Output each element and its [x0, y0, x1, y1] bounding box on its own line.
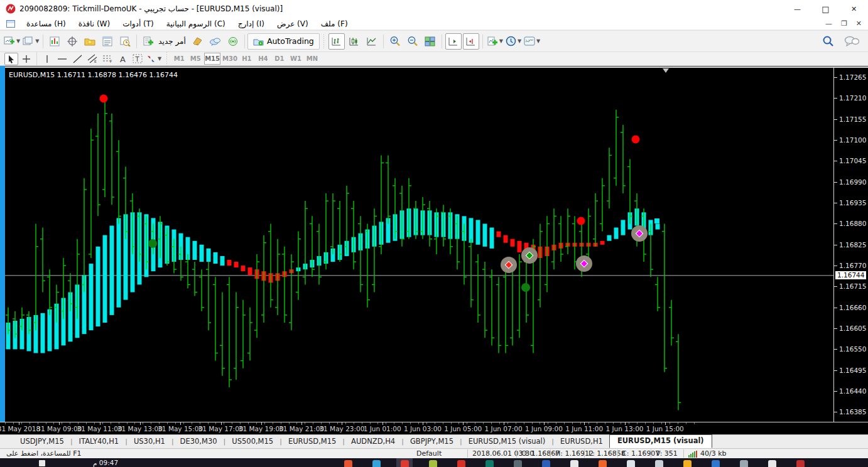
timeframe-m30-button[interactable]: M30	[222, 53, 238, 65]
bar-chart-type-button[interactable]	[328, 33, 345, 50]
search-icon[interactable]	[822, 35, 834, 47]
taskbar-app-icon-16[interactable]	[796, 460, 805, 467]
chart-window-icon[interactable]	[6, 20, 15, 28]
fibonacci-tool-button[interactable]: F	[100, 53, 114, 65]
chart-tab-4[interactable]: US500,M15	[225, 435, 279, 448]
metaeditor-button[interactable]	[190, 33, 206, 50]
price-tick	[834, 161, 837, 161]
mdi-minimize-button[interactable]: —	[825, 19, 832, 28]
new-order-button[interactable]	[140, 33, 156, 50]
signals-button[interactable]	[225, 33, 241, 50]
taskbar-app-icon-6[interactable]	[514, 460, 522, 467]
templates-button[interactable]: ▼	[523, 33, 541, 50]
time-axis[interactable]: 31 May 201831 May 09:0031 May 11:0031 Ma…	[0, 422, 868, 434]
maximize-button[interactable]: □	[811, 0, 840, 18]
chart-tab-7[interactable]: GBPJPY,M15	[404, 435, 460, 448]
data-window-button[interactable]	[99, 33, 116, 50]
text-label-tool-button[interactable]: T	[131, 53, 144, 65]
timeframe-m1-button[interactable]: M1	[171, 53, 187, 65]
line-chart-type-button[interactable]	[364, 33, 380, 50]
ribbon-bar-up	[96, 247, 100, 326]
taskbar-app-icon-5[interactable]	[486, 460, 494, 467]
taskbar-app-icon-1[interactable]	[372, 460, 381, 467]
auto-scroll-button[interactable]	[445, 33, 462, 50]
mdi-restore-button[interactable]: ❐	[841, 19, 847, 28]
cursor-tool-button[interactable]	[4, 53, 18, 65]
ribbon-bar-up	[117, 218, 121, 307]
profiles-button[interactable]: ▼	[22, 33, 40, 50]
chart-shift-button[interactable]	[463, 33, 479, 50]
menu-item-4[interactable]: إدارج (I)	[232, 18, 271, 30]
status-profile[interactable]: Default	[416, 449, 442, 458]
taskbar-app-icon-3[interactable]	[429, 460, 437, 467]
menu-item-2[interactable]: أدوات (T)	[116, 18, 160, 30]
vertical-line-tool-button[interactable]	[40, 53, 54, 65]
minimize-button[interactable]: —	[783, 0, 811, 18]
chevron-down-icon: ▼	[518, 38, 521, 44]
zoom-out-button[interactable]	[404, 33, 421, 50]
zoom-in-button[interactable]	[387, 33, 403, 50]
menu-item-1[interactable]: نافذة (W)	[72, 18, 116, 30]
vps-cloud-button[interactable]	[207, 33, 224, 50]
chart-tab-10[interactable]: EURUSD,M15 (visual)	[609, 434, 712, 448]
new-order-label[interactable]: أمر جديد	[157, 37, 189, 46]
price-chart[interactable]	[5, 68, 833, 422]
chart-tab-5[interactable]: EURUSD,M15	[282, 435, 342, 448]
menu-items: مساعدة (H)نافذة (W)أدوات (T)الرسوم البيا…	[20, 18, 354, 30]
menu-item-5[interactable]: عرض (V)	[271, 18, 315, 30]
tile-windows-button[interactable]	[422, 33, 438, 50]
menu-item-6[interactable]: ملف (F)	[315, 18, 354, 30]
chart-tab-6[interactable]: AUDNZD,H4	[345, 435, 401, 448]
horizontal-line-tool-button[interactable]	[55, 53, 69, 65]
timeframe-m15-button[interactable]: M15	[204, 53, 220, 65]
chart-tab-0[interactable]: USDJPY,M15	[14, 435, 70, 448]
navigator-button[interactable]	[64, 33, 80, 50]
price-axis[interactable]: 1.172651.172101.171551.171001.170451.169…	[833, 68, 868, 422]
timeframe-m5-button[interactable]: M5	[188, 53, 203, 65]
periods-button[interactable]: ▼	[505, 33, 522, 50]
close-button[interactable]: ✕	[840, 0, 868, 18]
chart-tab-1[interactable]: ITALY40,H1	[73, 435, 126, 448]
taskbar-app-icon-8[interactable]	[570, 460, 578, 467]
taskbar-app-icon-7[interactable]	[542, 460, 550, 467]
standard-toolbar: ▼ ▼ أمر جديد AutoTrading ▼ ▼ ▼	[0, 30, 868, 51]
trendline-tool-button[interactable]	[70, 53, 84, 65]
chart-tab-8[interactable]: EURUSD,M15 (visual)	[462, 435, 552, 448]
ribbon-bar-down	[497, 232, 501, 237]
chat-icon[interactable]	[844, 36, 859, 46]
taskbar-app-icon-4[interactable]	[457, 460, 465, 467]
crosshair-tool-button[interactable]	[19, 53, 33, 65]
taskbar-app-icon-2[interactable]	[401, 460, 409, 467]
timeframe-h1-button[interactable]: H1	[239, 53, 254, 65]
chart-tab-3[interactable]: DE30,M30	[174, 435, 224, 448]
taskbar-app-icon-11[interactable]	[655, 460, 663, 467]
strategy-tester-button[interactable]	[117, 33, 133, 50]
mdi-close-button[interactable]: ✕	[856, 19, 862, 28]
taskbar-app-icon-15[interactable]	[768, 460, 776, 467]
timeframe-d1-button[interactable]: D1	[272, 53, 287, 65]
candlestick-type-button[interactable]	[346, 33, 362, 50]
taskbar-app-icon-10[interactable]	[627, 460, 635, 467]
chart-tab-9[interactable]: EURUSD,H1	[554, 435, 609, 448]
menu-item-0[interactable]: مساعدة (H)	[20, 18, 72, 30]
tray-icon[interactable]	[39, 460, 45, 466]
autotrading-button[interactable]: AutoTrading	[247, 33, 320, 50]
text-tool-button[interactable]: A	[116, 53, 129, 65]
market-watch-button[interactable]	[46, 33, 63, 50]
menu-item-3[interactable]: الرسوم البيانية (C)	[160, 18, 232, 30]
timeframe-mn-button[interactable]: MN	[305, 53, 320, 65]
chart-shift-marker[interactable]	[663, 68, 669, 73]
taskbar-app-icon-9[interactable]	[599, 460, 607, 467]
favorites-button[interactable]	[82, 33, 98, 50]
taskbar-app-icon-0[interactable]	[344, 460, 352, 467]
new-chart-button[interactable]: ▼	[3, 33, 21, 50]
timeframe-w1-button[interactable]: W1	[288, 53, 303, 65]
channel-tool-button[interactable]: E	[85, 53, 99, 65]
taskbar-app-icon-13[interactable]	[712, 460, 720, 467]
taskbar-app-icon-14[interactable]	[740, 460, 748, 467]
indicators-button[interactable]: ▼	[486, 33, 504, 50]
chart-tab-2[interactable]: US30,H1	[127, 435, 171, 448]
taskbar-app-icon-12[interactable]	[683, 460, 692, 467]
arrows-tool-button[interactable]: ▼	[146, 53, 162, 65]
timeframe-h4-button[interactable]: H4	[256, 53, 271, 65]
